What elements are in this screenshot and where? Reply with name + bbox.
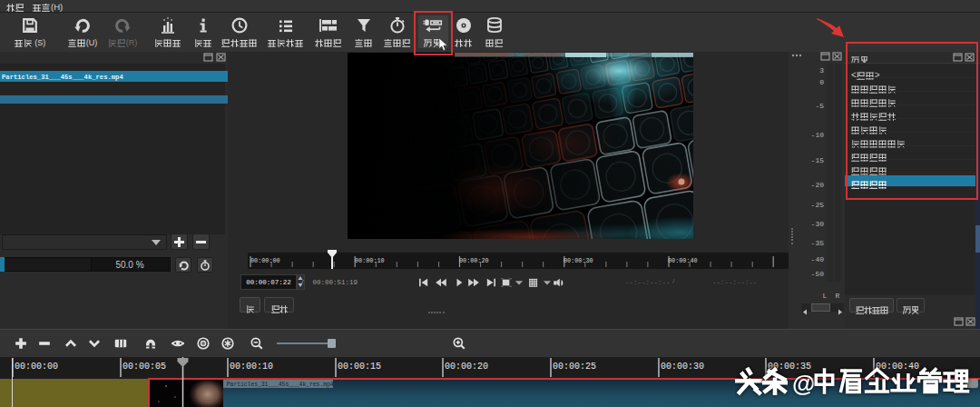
svg-text:@: @ [792,370,815,397]
